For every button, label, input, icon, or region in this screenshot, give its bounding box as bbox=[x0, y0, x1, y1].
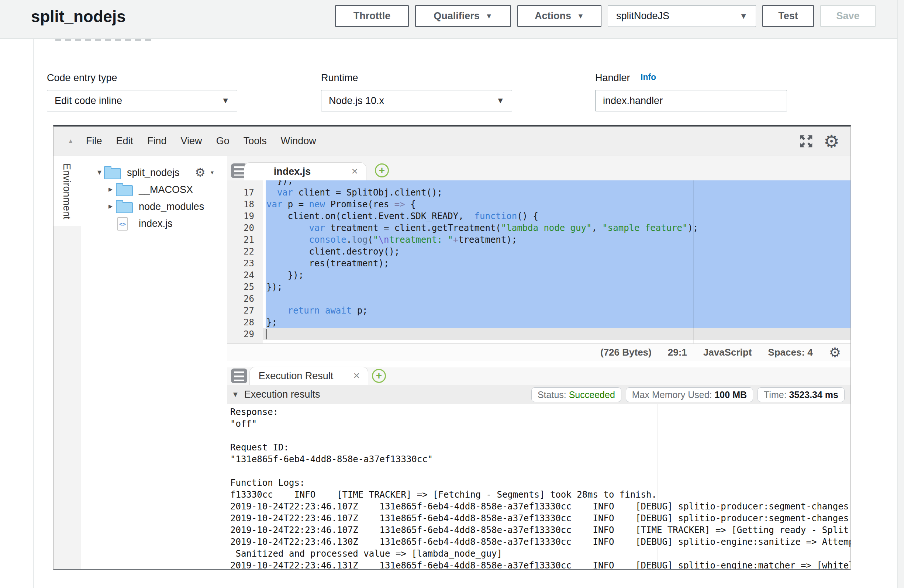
line-number: 20 bbox=[227, 222, 254, 234]
code-line-16[interactable]: }); bbox=[266, 180, 293, 187]
new-tab-icon[interactable]: + bbox=[372, 369, 386, 383]
chevron-right-icon[interactable]: ▸ bbox=[109, 201, 112, 211]
log-line: 2019-10-24T22:23:46.107Z 131e865f-6eb4-4… bbox=[230, 512, 849, 524]
qualifiers-button[interactable]: Qualifiers ▼ bbox=[415, 5, 511, 27]
tree-item-node-modules[interactable]: ▸node_modules bbox=[81, 198, 227, 215]
tab-execution-result[interactable]: Execution Result × bbox=[250, 367, 368, 385]
folder-icon bbox=[116, 202, 133, 213]
environment-tab-label: Environment bbox=[61, 163, 72, 220]
code-entry-type-select[interactable]: Edit code inline ▼ bbox=[47, 90, 237, 111]
badge-time: Time: 3523.34 ms bbox=[757, 387, 845, 402]
code-line-27[interactable]: return await p; bbox=[266, 305, 368, 316]
throttle-button[interactable]: Throttle bbox=[335, 5, 409, 27]
editor-statusbar: (726 Bytes)29:1JavaScriptSpaces: 4⚙ bbox=[227, 343, 850, 361]
code-line-17[interactable]: var client = SplitObj.client(); bbox=[266, 187, 443, 198]
tab-list-icon[interactable] bbox=[231, 368, 247, 383]
line-number: 29 bbox=[227, 328, 254, 340]
language-status[interactable]: JavaScript bbox=[703, 347, 752, 358]
statusbar-settings-gear-icon[interactable]: ⚙ bbox=[829, 346, 841, 359]
tree-item-label: node_modules bbox=[139, 201, 204, 212]
code-editor[interactable]: 17181920212223242526272829 }); var clien… bbox=[227, 180, 850, 343]
code-line-25[interactable]: }); bbox=[266, 281, 282, 293]
environment-tab[interactable]: Environment bbox=[54, 156, 81, 226]
runtime-value: Node.js 10.x bbox=[329, 95, 384, 107]
code-line-23[interactable]: res(treatment); bbox=[266, 258, 389, 269]
close-tab-icon[interactable]: × bbox=[351, 165, 358, 177]
throttle-button-label: Throttle bbox=[354, 10, 391, 22]
menu-item-go[interactable]: Go bbox=[216, 135, 229, 147]
menu-item-edit[interactable]: Edit bbox=[116, 135, 134, 147]
execution-results-output[interactable]: Response:"off"Request ID:"131e865f-6eb4-… bbox=[227, 404, 850, 569]
collapse-menu-icon[interactable]: ▲ bbox=[68, 138, 74, 145]
line-number: 19 bbox=[227, 210, 254, 222]
tree-item-split-nodejs[interactable]: ▾split_nodejs⚙▾ bbox=[81, 164, 227, 182]
card-left-border bbox=[33, 39, 33, 588]
log-line: Sanitized and processed value => [lambda… bbox=[230, 548, 502, 560]
chevron-right-icon[interactable]: ▸ bbox=[109, 185, 112, 194]
indentation-status[interactable]: Spaces: 4 bbox=[768, 347, 812, 358]
menu-item-tools[interactable]: Tools bbox=[243, 135, 267, 147]
handler-label: Handler bbox=[595, 72, 630, 84]
code-line-28[interactable]: }; bbox=[266, 316, 277, 328]
runtime-select[interactable]: Node.js 10.x ▼ bbox=[321, 90, 512, 111]
test-event-select-value: splitNodeJS bbox=[616, 10, 669, 22]
chevron-down-icon: ▾ bbox=[211, 169, 213, 176]
code-line-24[interactable]: }); bbox=[266, 269, 303, 281]
page-header: split_nodejs Throttle Qualifiers ▼ Actio… bbox=[0, 0, 904, 39]
close-tab-icon[interactable]: × bbox=[353, 369, 360, 382]
log-line: "off" bbox=[230, 418, 257, 430]
page-right-margin bbox=[898, 0, 904, 588]
code-line-18[interactable]: var p = new Promise(res => { bbox=[266, 198, 416, 210]
editor-settings-gear-icon[interactable]: ⚙ bbox=[823, 133, 839, 150]
code-line-19[interactable]: client.on(client.Event.SDK_READY, functi… bbox=[266, 210, 538, 222]
chevron-down-icon: ▼ bbox=[221, 96, 229, 106]
folder-icon bbox=[116, 185, 133, 196]
badge-status: Status: Succeeded bbox=[531, 387, 621, 402]
menu-item-view[interactable]: View bbox=[181, 135, 202, 147]
editor-menubar-items: FileEditFindViewGoToolsWindow bbox=[86, 126, 316, 156]
line-number: 18 bbox=[227, 198, 254, 210]
line-number: 24 bbox=[227, 269, 254, 281]
editor-window-icons: ⚙ bbox=[798, 126, 839, 156]
log-line: Response: bbox=[230, 406, 278, 418]
save-button-label: Save bbox=[836, 10, 859, 22]
line-number: 27 bbox=[227, 305, 254, 316]
actions-button[interactable]: Actions ▼ bbox=[517, 5, 601, 27]
collapse-results-icon[interactable]: ▼ bbox=[232, 390, 239, 399]
folder-settings-gear-icon[interactable]: ⚙ bbox=[195, 166, 205, 178]
handler-input[interactable]: index.handler bbox=[595, 90, 787, 111]
test-event-select[interactable]: splitNodeJS ▼ bbox=[608, 5, 756, 27]
handler-info-link[interactable]: Info bbox=[640, 72, 656, 82]
line-number: 17 bbox=[227, 187, 254, 198]
clipped-content-fragment bbox=[55, 39, 153, 41]
code-line-21[interactable]: console.log("\ntreatment: "+treatment); bbox=[266, 234, 517, 246]
new-tab-icon[interactable]: + bbox=[375, 163, 389, 177]
runtime-label: Runtime bbox=[321, 72, 358, 84]
log-line: Function Logs: bbox=[230, 477, 305, 489]
tree-item-label: split_nodejs bbox=[127, 167, 180, 179]
environment-strip: Environment bbox=[54, 156, 81, 569]
print-margin-line bbox=[657, 404, 657, 569]
chevron-down-icon: ▼ bbox=[496, 96, 504, 106]
active-line-highlight bbox=[263, 328, 850, 340]
menu-item-window[interactable]: Window bbox=[281, 135, 316, 147]
line-number: 25 bbox=[227, 281, 254, 293]
tab-index-js[interactable]: index.js × bbox=[244, 162, 367, 180]
line-number: 26 bbox=[227, 293, 254, 305]
chevron-down-icon[interactable]: ▾ bbox=[97, 168, 101, 177]
code-entry-type-value: Edit code inline bbox=[55, 95, 122, 107]
test-button[interactable]: Test bbox=[762, 5, 814, 27]
chevron-down-icon: ▼ bbox=[485, 13, 493, 19]
tree-item--macosx[interactable]: ▸__MACOSX bbox=[81, 182, 227, 198]
tree-item-index-js[interactable]: <>index.js bbox=[81, 215, 227, 232]
save-button[interactable]: Save bbox=[820, 5, 876, 27]
qualifiers-button-label: Qualifiers bbox=[433, 10, 480, 22]
header-actions: Throttle Qualifiers ▼ Actions ▼ splitNod… bbox=[335, 5, 876, 27]
code-line-22[interactable]: client.destroy(); bbox=[266, 246, 400, 258]
fullscreen-icon[interactable] bbox=[798, 134, 814, 149]
code-line-20[interactable]: var treatment = client.getTreatment("lam… bbox=[266, 222, 698, 234]
menu-item-file[interactable]: File bbox=[86, 135, 102, 147]
line-number-gutter: 17181920212223242526272829 bbox=[227, 180, 263, 343]
menu-item-find[interactable]: Find bbox=[147, 135, 167, 147]
cursor-position-status[interactable]: 29:1 bbox=[668, 347, 687, 358]
